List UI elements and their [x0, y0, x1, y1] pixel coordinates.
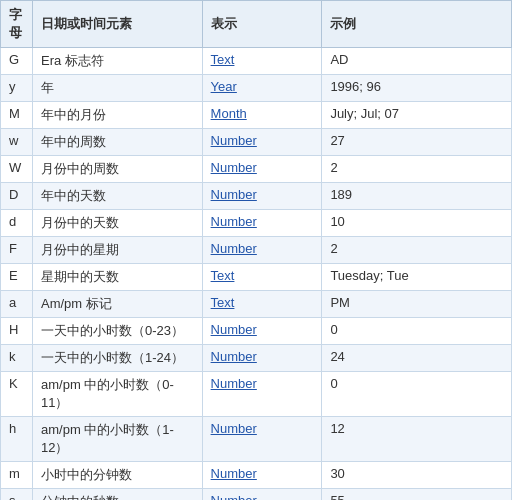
cell-desc: am/pm 中的小时数（1-12） [32, 417, 202, 462]
cell-letter: a [1, 291, 33, 318]
header-example: 示例 [322, 1, 512, 48]
cell-format[interactable]: Number [202, 489, 322, 501]
cell-letter: D [1, 183, 33, 210]
cell-letter: m [1, 462, 33, 489]
table-row: w年中的周数Number27 [1, 129, 512, 156]
cell-desc: 年中的月份 [32, 102, 202, 129]
header-format: 表示 [202, 1, 322, 48]
cell-example: July; Jul; 07 [322, 102, 512, 129]
header-desc: 日期或时间元素 [32, 1, 202, 48]
cell-desc: Era 标志符 [32, 48, 202, 75]
cell-letter: E [1, 264, 33, 291]
format-link[interactable]: Month [211, 106, 247, 121]
cell-desc: 星期中的天数 [32, 264, 202, 291]
cell-letter: w [1, 129, 33, 156]
cell-desc: 一天中的小时数（0-23） [32, 318, 202, 345]
cell-letter: F [1, 237, 33, 264]
table-row: m小时中的分钟数Number30 [1, 462, 512, 489]
table-row: d月份中的天数Number10 [1, 210, 512, 237]
table-row: E星期中的天数TextTuesday; Tue [1, 264, 512, 291]
cell-example: 0 [322, 318, 512, 345]
table-row: y年Year1996; 96 [1, 75, 512, 102]
cell-format[interactable]: Number [202, 237, 322, 264]
cell-desc: am/pm 中的小时数（0-11） [32, 372, 202, 417]
cell-example: 30 [322, 462, 512, 489]
cell-desc: 月份中的星期 [32, 237, 202, 264]
format-link[interactable]: Number [211, 322, 257, 337]
cell-format[interactable]: Number [202, 417, 322, 462]
cell-example: 24 [322, 345, 512, 372]
cell-example: 10 [322, 210, 512, 237]
cell-format[interactable]: Number [202, 372, 322, 417]
format-link[interactable]: Text [211, 268, 235, 283]
table-row: k一天中的小时数（1-24）Number24 [1, 345, 512, 372]
cell-desc: 月份中的天数 [32, 210, 202, 237]
cell-format[interactable]: Number [202, 318, 322, 345]
table-row: D年中的天数Number189 [1, 183, 512, 210]
cell-letter: d [1, 210, 33, 237]
header-letter: 字母 [1, 1, 33, 48]
cell-format[interactable]: Number [202, 183, 322, 210]
table-row: s分钟中的秒数Number55 [1, 489, 512, 501]
table-row: GEra 标志符TextAD [1, 48, 512, 75]
cell-example: Tuesday; Tue [322, 264, 512, 291]
format-link[interactable]: Number [211, 349, 257, 364]
format-link[interactable]: Text [211, 52, 235, 67]
cell-format[interactable]: Text [202, 264, 322, 291]
cell-example: 2 [322, 156, 512, 183]
cell-desc: 一天中的小时数（1-24） [32, 345, 202, 372]
format-link[interactable]: Number [211, 187, 257, 202]
cell-desc: 月份中的周数 [32, 156, 202, 183]
cell-example: 12 [322, 417, 512, 462]
table-row: Kam/pm 中的小时数（0-11）Number0 [1, 372, 512, 417]
cell-letter: M [1, 102, 33, 129]
format-link[interactable]: Number [211, 466, 257, 481]
cell-format[interactable]: Month [202, 102, 322, 129]
cell-format[interactable]: Number [202, 462, 322, 489]
cell-example: 189 [322, 183, 512, 210]
cell-letter: W [1, 156, 33, 183]
cell-example: 0 [322, 372, 512, 417]
cell-letter: s [1, 489, 33, 501]
cell-example: AD [322, 48, 512, 75]
format-link[interactable]: Number [211, 241, 257, 256]
cell-format[interactable]: Text [202, 291, 322, 318]
cell-example: 2 [322, 237, 512, 264]
cell-desc: 年中的周数 [32, 129, 202, 156]
cell-letter: y [1, 75, 33, 102]
format-link[interactable]: Number [211, 133, 257, 148]
format-link[interactable]: Number [211, 214, 257, 229]
cell-format[interactable]: Number [202, 345, 322, 372]
cell-format[interactable]: Text [202, 48, 322, 75]
cell-desc: 分钟中的秒数 [32, 489, 202, 501]
cell-format[interactable]: Number [202, 156, 322, 183]
cell-format[interactable]: Number [202, 129, 322, 156]
table-row: ham/pm 中的小时数（1-12）Number12 [1, 417, 512, 462]
cell-letter: K [1, 372, 33, 417]
cell-desc: 小时中的分钟数 [32, 462, 202, 489]
format-link[interactable]: Number [211, 421, 257, 436]
table-row: H一天中的小时数（0-23）Number0 [1, 318, 512, 345]
cell-letter: h [1, 417, 33, 462]
format-link[interactable]: Year [211, 79, 237, 94]
cell-example: 1996; 96 [322, 75, 512, 102]
format-link[interactable]: Number [211, 160, 257, 175]
cell-desc: 年 [32, 75, 202, 102]
cell-example: PM [322, 291, 512, 318]
cell-format[interactable]: Number [202, 210, 322, 237]
cell-letter: G [1, 48, 33, 75]
cell-desc: 年中的天数 [32, 183, 202, 210]
format-link[interactable]: Text [211, 295, 235, 310]
cell-letter: H [1, 318, 33, 345]
table-row: W月份中的周数Number2 [1, 156, 512, 183]
table-row: F月份中的星期Number2 [1, 237, 512, 264]
format-link[interactable]: Number [211, 493, 257, 500]
table-row: aAm/pm 标记TextPM [1, 291, 512, 318]
table-row: M年中的月份MonthJuly; Jul; 07 [1, 102, 512, 129]
cell-format[interactable]: Year [202, 75, 322, 102]
cell-letter: k [1, 345, 33, 372]
cell-desc: Am/pm 标记 [32, 291, 202, 318]
format-link[interactable]: Number [211, 376, 257, 391]
cell-example: 27 [322, 129, 512, 156]
cell-example: 55 [322, 489, 512, 501]
